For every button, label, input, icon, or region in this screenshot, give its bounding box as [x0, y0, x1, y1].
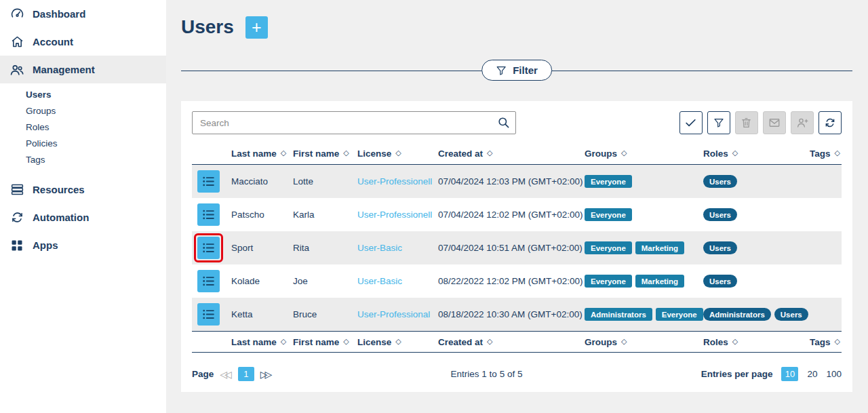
column-label: First name — [293, 149, 339, 159]
list-icon — [202, 209, 215, 220]
per-page-option-100[interactable]: 100 — [826, 369, 842, 379]
sort-icon: ◇ — [395, 149, 401, 157]
cell-license[interactable]: User-Professionell — [357, 210, 438, 220]
column-header-license[interactable]: License◇ — [357, 337, 438, 347]
column-header-groups[interactable]: Groups◇ — [585, 337, 703, 347]
column-header-last-name[interactable]: Last name◇ — [231, 337, 293, 347]
user-plus-icon — [796, 117, 808, 129]
cell-roles: Users — [703, 241, 810, 254]
column-label: Groups — [585, 149, 617, 159]
sidebar-item-dashboard[interactable]: Dashboard — [0, 0, 166, 28]
filter-toolbar-button[interactable] — [707, 111, 730, 134]
confirm-button[interactable] — [679, 111, 703, 134]
sidebar-item-policies[interactable]: Policies — [0, 135, 166, 151]
search-input[interactable] — [192, 111, 516, 134]
role-badge: Users — [703, 208, 737, 221]
column-header-first-name[interactable]: First name◇ — [293, 149, 357, 159]
row-highlight-frame — [194, 300, 223, 329]
cell-last-name: Kolade — [231, 276, 293, 286]
app-window: Dashboard Account Management Users Group… — [0, 0, 868, 413]
cell-groups: Everyone — [585, 208, 703, 221]
page-label: Page — [192, 369, 214, 379]
column-label: Tags — [810, 337, 831, 347]
column-header-groups[interactable]: Groups◇ — [585, 149, 703, 159]
sidebar-item-tags[interactable]: Tags — [0, 151, 166, 168]
last-page-button[interactable]: ▷▷ — [260, 369, 273, 380]
column-header-first-name[interactable]: First name◇ — [293, 337, 357, 347]
column-header-tags[interactable]: Tags◇ — [810, 337, 842, 347]
row-highlight-frame — [194, 200, 223, 229]
row-menu-button[interactable] — [197, 270, 220, 292]
sidebar-item-account[interactable]: Account — [0, 28, 166, 56]
grid-icon — [9, 238, 24, 253]
column-header-license[interactable]: License◇ — [357, 149, 438, 159]
column-label: First name — [293, 337, 339, 347]
row-menu-button[interactable] — [197, 203, 220, 226]
per-page-option-10[interactable]: 10 — [781, 367, 798, 381]
funnel-icon — [713, 117, 724, 128]
list-icon — [202, 309, 215, 320]
sidebar-item-automation[interactable]: Automation — [0, 203, 166, 231]
sidebar: Dashboard Account Management Users Group… — [0, 0, 166, 413]
assign-user-button[interactable] — [791, 111, 814, 134]
sidebar-item-users[interactable]: Users — [0, 86, 166, 102]
first-page-button[interactable]: ◁◁ — [220, 369, 232, 380]
row-menu-button[interactable] — [197, 237, 220, 259]
sort-icon: ◇ — [621, 337, 627, 346]
cell-license[interactable]: User-Professional — [357, 309, 438, 319]
row-menu-button[interactable] — [197, 170, 220, 193]
sidebar-item-roles[interactable]: Roles — [0, 119, 166, 135]
column-header-roles[interactable]: Roles◇ — [703, 337, 810, 347]
funnel-icon — [496, 65, 507, 76]
current-page[interactable]: 1 — [238, 367, 254, 381]
filter-label: Filter — [513, 64, 538, 76]
cell-first-name: Lotte — [293, 176, 357, 186]
sort-icon: ◇ — [732, 337, 738, 346]
sidebar-item-label: Dashboard — [33, 8, 85, 20]
cell-last-name: Ketta — [231, 309, 293, 319]
add-user-button[interactable]: + — [245, 16, 268, 39]
column-header-created-at[interactable]: Created at◇ — [438, 149, 585, 159]
sidebar-item-groups[interactable]: Groups — [0, 102, 166, 119]
management-submenu: Users Groups Roles Policies Tags — [0, 83, 166, 176]
cell-created-at: 07/04/2024 12:03 PM (GMT+02:00) — [438, 176, 585, 186]
sort-icon: ◇ — [281, 337, 286, 346]
sidebar-item-label: Resources — [33, 184, 85, 195]
filter-divider: Filter — [181, 71, 852, 71]
list-icon — [202, 242, 215, 254]
column-header-roles[interactable]: Roles◇ — [703, 149, 810, 159]
table-body: Macciato Lotte User-Professionell 07/04/… — [192, 165, 842, 331]
row-menu-cell — [192, 200, 231, 229]
sidebar-item-management[interactable]: Management — [0, 56, 166, 83]
row-menu-button[interactable] — [197, 303, 220, 326]
email-button[interactable] — [763, 111, 786, 134]
sidebar-item-label: Apps — [33, 239, 58, 251]
cell-first-name: Rita — [293, 243, 357, 253]
cell-license[interactable]: User-Basic — [357, 243, 438, 253]
column-header-last-name[interactable]: Last name◇ — [231, 149, 293, 159]
column-label: License — [357, 149, 391, 159]
column-label: Last name — [231, 149, 277, 159]
sidebar-item-apps[interactable]: Apps — [0, 231, 166, 259]
delete-button[interactable] — [735, 111, 758, 134]
sidebar-item-resources[interactable]: Resources — [0, 176, 166, 203]
refresh-button[interactable] — [818, 111, 842, 134]
cell-license[interactable]: User-Professionell — [357, 176, 438, 186]
column-header-tags[interactable]: Tags◇ — [810, 149, 842, 159]
trash-icon — [741, 117, 752, 129]
cell-last-name: Macciato — [231, 176, 293, 186]
table-header-bottom: Last name◇ First name◇ License◇ Created … — [192, 331, 842, 353]
row-menu-cell — [192, 267, 231, 296]
column-label: Roles — [703, 149, 728, 159]
sort-icon: ◇ — [621, 149, 627, 157]
cell-license[interactable]: User-Basic — [357, 276, 438, 286]
column-label: Groups — [585, 337, 617, 347]
row-highlight-frame — [194, 233, 223, 262]
search-wrap — [192, 111, 516, 134]
per-page-option-20[interactable]: 20 — [807, 369, 817, 379]
filter-button[interactable]: Filter — [481, 60, 552, 81]
mail-icon — [768, 117, 781, 129]
per-page-controls: Entries per page 10 20 100 — [701, 367, 842, 381]
search-icon[interactable] — [497, 116, 510, 132]
column-header-created-at[interactable]: Created at◇ — [438, 337, 585, 347]
